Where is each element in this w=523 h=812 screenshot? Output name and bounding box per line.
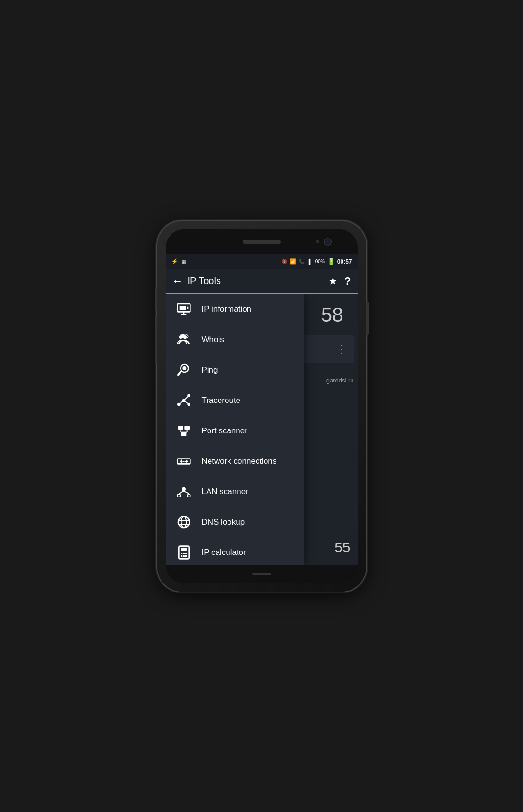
svg-line-25 [184, 401, 189, 404]
svg-point-45 [181, 516, 186, 528]
mute-icon: 🔇 [282, 259, 287, 264]
svg-rect-49 [181, 548, 187, 550]
drawer-item-lan-scanner[interactable]: LAN scanner [166, 477, 304, 507]
svg-rect-50 [181, 553, 182, 554]
svg-rect-53 [181, 555, 182, 557]
monitor-icon [174, 300, 193, 319]
calculator-icon [174, 543, 193, 562]
phone-frame: ⚡ ▦ 🔇 📶 📞 ▐ 100% 🔋 00:57 ← IP Tools ★ [157, 221, 366, 592]
phone-icon: 📞 [299, 259, 304, 264]
svg-line-24 [184, 395, 189, 401]
svg-line-40 [179, 491, 184, 493]
signal-icon: ▐ [307, 259, 310, 264]
traceroute-label: Traceroute [202, 396, 241, 405]
drawer-item-ip-information[interactable]: IP information [166, 294, 304, 325]
drawer-item-ping[interactable]: Ping [166, 355, 304, 385]
battery-pct: 100% [313, 259, 325, 264]
dns-lookup-label: DNS lookup [202, 517, 245, 527]
drawer-item-traceroute[interactable]: Traceroute [166, 385, 304, 416]
svg-rect-3 [179, 306, 185, 310]
content-area: 58 ⋮ garddsl.ru 55 [166, 294, 358, 565]
svg-point-14 [181, 334, 184, 337]
star-button[interactable]: ★ [328, 275, 338, 287]
whois-icon [174, 330, 193, 349]
svg-line-23 [179, 401, 184, 404]
camera [324, 238, 332, 246]
lanscanner-icon [174, 482, 193, 501]
bg-menu-dots[interactable]: ⋮ [336, 343, 348, 356]
home-indicator[interactable] [252, 573, 271, 575]
drawer-item-port-scanner[interactable]: Port scanner [166, 416, 304, 446]
status-right-icons: 🔇 📶 📞 ▐ 100% 🔋 00:57 [282, 258, 352, 265]
svg-line-18 [178, 371, 181, 375]
drawer-item-dns-lookup[interactable]: DNS lookup [166, 507, 304, 537]
wifi-icon: 📶 [290, 258, 296, 265]
navigation-drawer: IP information [166, 294, 304, 565]
lan-scanner-label: LAN scanner [202, 487, 248, 497]
status-left-icons: ⚡ ▦ [171, 258, 186, 265]
traceroute-icon [174, 391, 193, 410]
svg-point-17 [182, 366, 186, 370]
battery-icon: 🔋 [327, 258, 335, 265]
network-connections-label: Network connections [202, 457, 277, 466]
svg-point-44 [178, 516, 190, 528]
speaker [243, 240, 281, 244]
toolbar: ← IP Tools ★ ? [166, 269, 358, 294]
ip-calculator-label: IP calculator [202, 548, 246, 557]
camera-area [316, 238, 332, 246]
svg-rect-51 [183, 553, 185, 554]
bg-number2: 55 [334, 539, 350, 555]
svg-point-43 [178, 495, 180, 497]
usb-icon: ⚡ [171, 258, 178, 265]
status-bar: ⚡ ▦ 🔇 📶 📞 ▐ 100% 🔋 00:57 [166, 254, 358, 269]
whois-label: Whois [202, 335, 224, 344]
svg-rect-52 [185, 553, 187, 554]
portscanner-icon [174, 421, 193, 440]
svg-point-37 [182, 487, 186, 491]
svg-rect-27 [184, 426, 190, 430]
svg-marker-35 [186, 459, 188, 463]
toolbar-title: IP Tools [188, 276, 329, 287]
drawer-item-whois[interactable]: Whois [166, 325, 304, 355]
svg-marker-36 [179, 459, 181, 463]
bottom-bezel [166, 565, 358, 583]
drawer-item-network-connections[interactable]: Network connections [166, 446, 304, 477]
ip-information-label: IP information [202, 305, 252, 314]
svg-point-42 [188, 495, 190, 497]
svg-rect-26 [178, 426, 183, 430]
network-icon [174, 452, 193, 471]
svg-rect-55 [185, 555, 187, 557]
back-button[interactable]: ← [172, 275, 183, 287]
storage-icon: ▦ [182, 259, 186, 264]
svg-rect-54 [183, 555, 185, 557]
help-button[interactable]: ? [344, 275, 351, 287]
phone-inner: ⚡ ▦ 🔇 📶 📞 ▐ 100% 🔋 00:57 ← IP Tools ★ [166, 229, 358, 583]
dns-icon [174, 513, 193, 532]
ping-label: Ping [202, 365, 218, 375]
sensor [316, 240, 319, 243]
status-time: 00:57 [337, 258, 352, 265]
screen: ⚡ ▦ 🔇 📶 📞 ▐ 100% 🔋 00:57 ← IP Tools ★ [166, 254, 358, 565]
svg-line-41 [184, 491, 189, 493]
top-bezel [166, 229, 358, 254]
svg-rect-28 [181, 432, 186, 436]
ping-icon [174, 361, 193, 380]
port-scanner-label: Port scanner [202, 426, 247, 436]
drawer-item-ip-calculator[interactable]: IP calculator [166, 537, 304, 565]
